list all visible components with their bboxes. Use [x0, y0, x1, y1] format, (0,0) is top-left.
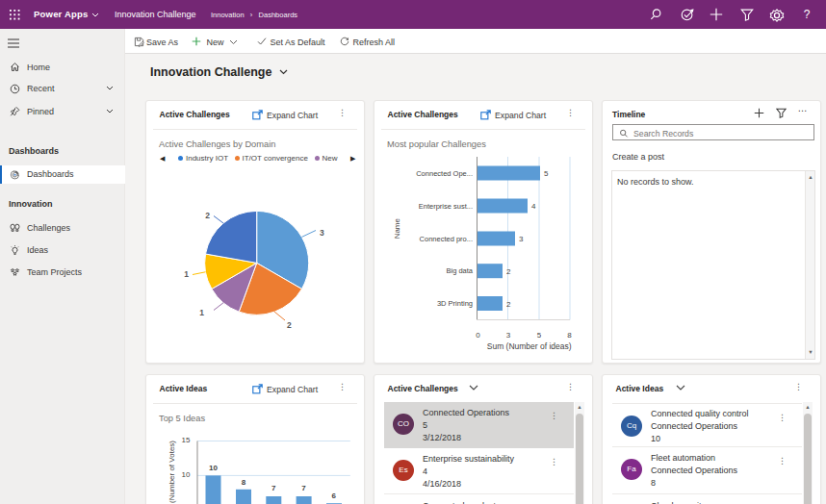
svg-text:6: 6 — [331, 491, 336, 500]
svg-text:5: 5 — [544, 169, 549, 178]
svg-text:Connected pro...: Connected pro... — [420, 235, 473, 243]
svg-text:10: 10 — [182, 470, 191, 479]
svg-text:4: 4 — [531, 202, 536, 211]
svg-text:7: 7 — [301, 484, 306, 492]
svg-text:8: 8 — [242, 478, 246, 487]
svg-text:Connected Ope...: Connected Ope... — [416, 169, 473, 178]
svg-text:2: 2 — [205, 211, 210, 220]
svg-text:8: 8 — [567, 331, 572, 340]
svg-text:3: 3 — [519, 235, 524, 243]
svg-text:2: 2 — [506, 300, 511, 309]
svg-text:15: 15 — [182, 436, 191, 444]
svg-text:3D Printing: 3D Printing — [437, 299, 473, 308]
svg-text:1: 1 — [184, 269, 189, 279]
svg-text:10: 10 — [209, 464, 218, 472]
svg-text:Big data: Big data — [446, 266, 473, 275]
svg-text:2: 2 — [506, 267, 511, 276]
svg-text:3: 3 — [320, 228, 324, 238]
svg-text:Sum (Number of Votes): Sum (Number of Votes) — [168, 441, 176, 504]
svg-text:0: 0 — [476, 331, 480, 340]
svg-text:Name: Name — [394, 217, 402, 239]
svg-text:3: 3 — [506, 331, 511, 340]
svg-text:Enterprise sust...: Enterprise sust... — [419, 202, 473, 211]
svg-text:2: 2 — [287, 320, 292, 330]
svg-text:?: ? — [804, 8, 811, 21]
svg-text:Sum (Number of ideas): Sum (Number of ideas) — [487, 341, 572, 351]
svg-text:7: 7 — [271, 484, 276, 492]
svg-text:1: 1 — [199, 308, 204, 317]
svg-text:5: 5 — [537, 331, 542, 340]
